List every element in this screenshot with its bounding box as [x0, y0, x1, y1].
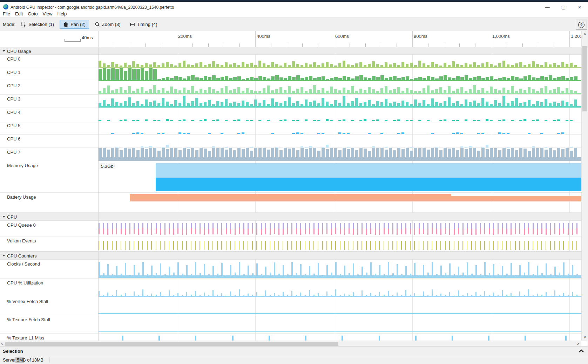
- scroll-right-icon[interactable]: >: [577, 342, 579, 346]
- minimize-button[interactable]: —: [542, 4, 553, 11]
- data-bar: [187, 103, 190, 106]
- event-tick: [265, 241, 266, 250]
- data-bar: [498, 63, 501, 67]
- data-bar: [183, 78, 186, 80]
- counter-spike: [568, 274, 569, 278]
- mode-button-zoom[interactable]: Zoom (3): [91, 20, 124, 29]
- data-bar: [414, 148, 417, 157]
- close-button[interactable]: ✕: [574, 4, 585, 11]
- queue-bar-bottom: [239, 228, 240, 234]
- ruler-label: 600ms: [335, 34, 349, 39]
- collapse-arrow-icon[interactable]: [2, 216, 5, 218]
- data-bar: [141, 146, 143, 147]
- queue-bar-bottom: [195, 229, 196, 234]
- horizontal-scroll-thumb[interactable]: [5, 342, 338, 346]
- track-canvas-gpu-queue-0[interactable]: [98, 221, 581, 236]
- data-bar: [532, 77, 535, 80]
- mode-button-pan[interactable]: Pan (2): [60, 20, 89, 29]
- scale-bracket: [65, 39, 81, 42]
- data-bar: [359, 148, 363, 157]
- section-header-gpu-counters[interactable]: GPU Counters: [0, 252, 581, 260]
- collapse-arrow-icon[interactable]: [2, 50, 5, 52]
- track-row-texture-l1-miss: % Texture L1 Miss: [0, 334, 581, 341]
- section-header-gpu[interactable]: GPU: [0, 213, 581, 221]
- vertical-scroll-thumb[interactable]: [582, 46, 587, 111]
- track-canvas-cpu-0[interactable]: [98, 55, 581, 68]
- queue-bar-top: [99, 223, 100, 229]
- data-bar: [195, 98, 198, 106]
- data-bar: [221, 65, 223, 67]
- track-canvas-clocks-per-second[interactable]: [98, 260, 581, 278]
- track-canvas-vulkan-events[interactable]: [98, 236, 581, 251]
- data-bar: [103, 88, 106, 93]
- track-label-battery: Battery Usage: [7, 194, 36, 200]
- event-tick: [129, 241, 130, 250]
- track-canvas-gpu-utilization[interactable]: [98, 279, 581, 297]
- counter-spike: [318, 293, 319, 297]
- event-tick: [313, 241, 314, 250]
- sparse-tick: [379, 336, 380, 341]
- section-header-cpu-usage[interactable]: CPU Usage: [0, 47, 581, 55]
- data-bar: [368, 87, 371, 93]
- track-canvas-cpu-3[interactable]: [98, 95, 581, 108]
- event-tick: [287, 241, 288, 250]
- data-bar: [229, 148, 232, 157]
- maximize-button[interactable]: ▢: [558, 4, 569, 11]
- data-bar: [284, 119, 286, 121]
- data-bar: [178, 103, 181, 106]
- event-tick: [467, 241, 467, 250]
- counter-spike: [344, 294, 345, 297]
- data-bar: [393, 89, 396, 93]
- chevron-up-icon[interactable]: [579, 349, 584, 353]
- menu-view[interactable]: View: [43, 11, 53, 18]
- help-button[interactable]: ?: [576, 20, 587, 30]
- data-bar: [326, 102, 329, 106]
- data-bar: [309, 146, 312, 147]
- queue-bar-top: [239, 223, 240, 228]
- track-canvas-battery[interactable]: [98, 193, 581, 212]
- scroll-left-icon[interactable]: <: [1, 342, 3, 346]
- menu-help[interactable]: Help: [58, 11, 67, 18]
- menu-file[interactable]: File: [3, 11, 10, 18]
- menu-goto[interactable]: Goto: [28, 11, 38, 18]
- timeline-tracks[interactable]: CPU UsageCPU 0CPU 1CPU 2CPU 3CPU 4CPU 5C…: [0, 47, 581, 341]
- data-bar: [523, 119, 526, 121]
- data-bar: [191, 65, 194, 67]
- track-canvas-cpu-1[interactable]: [98, 68, 581, 81]
- data-bar: [136, 69, 140, 80]
- track-canvas-texture-fetch-stall[interactable]: [98, 315, 581, 333]
- counter-spike: [195, 262, 196, 278]
- scroll-up-icon[interactable]: ∧: [583, 32, 586, 36]
- track-row-vertex-fetch-stall: % Vertex Fetch Stall: [0, 297, 581, 315]
- counter-spike: [116, 266, 117, 278]
- track-canvas-texture-l1-miss[interactable]: [98, 334, 581, 341]
- track-canvas-cpu-2[interactable]: [98, 81, 581, 94]
- data-bar: [187, 147, 190, 147]
- queue-bar-bottom: [322, 228, 323, 234]
- vertical-scrollbar[interactable]: ∧ ∨: [581, 31, 588, 341]
- data-bar: [423, 78, 426, 80]
- track-canvas-vertex-fetch-stall[interactable]: [98, 297, 581, 315]
- selection-panel-header[interactable]: Selection: [0, 346, 588, 356]
- data-bar: [389, 103, 392, 106]
- track-canvas-cpu-7[interactable]: [98, 148, 581, 161]
- scroll-down-icon[interactable]: ∨: [583, 335, 586, 339]
- data-bar: [191, 86, 194, 93]
- track-canvas-cpu-4[interactable]: [98, 108, 581, 121]
- counter-spike: [432, 289, 433, 297]
- data-bar: [305, 77, 308, 80]
- track-canvas-cpu-5[interactable]: [98, 121, 581, 134]
- event-tick: [414, 241, 415, 250]
- timeline-ruler[interactable]: Total Time: 2s084ms 40ms 200ms400ms600ms…: [0, 31, 581, 47]
- mode-button-timing[interactable]: Timing (4): [126, 20, 161, 29]
- data-bar: [347, 77, 350, 80]
- track-canvas-cpu-6[interactable]: [98, 135, 581, 147]
- track-canvas-memory[interactable]: 5.3Gb: [98, 161, 581, 192]
- mode-button-selection[interactable]: Selection (1): [18, 20, 58, 29]
- horizontal-scrollbar[interactable]: < >: [0, 341, 581, 346]
- data-bar: [145, 147, 148, 147]
- collapse-arrow-icon[interactable]: [2, 255, 5, 256]
- selection-icon: [21, 22, 26, 27]
- menu-edit[interactable]: Edit: [15, 11, 23, 18]
- queue-bar-top: [375, 223, 376, 229]
